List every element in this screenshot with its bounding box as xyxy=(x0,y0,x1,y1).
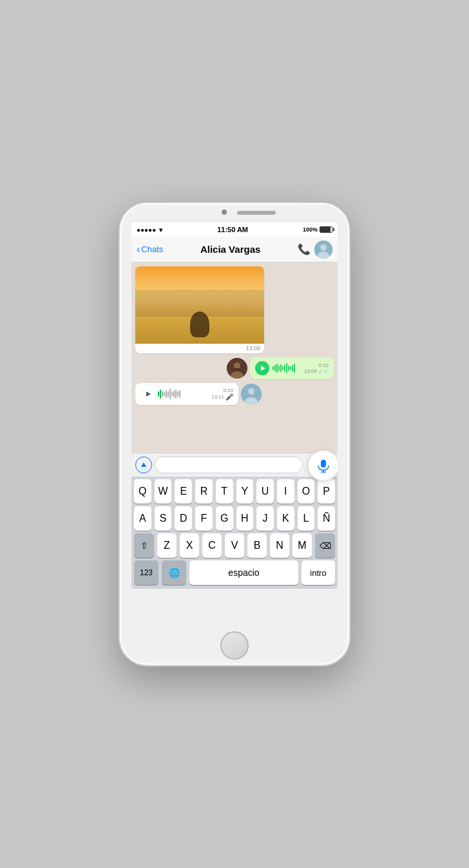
message-text-input[interactable] xyxy=(155,457,303,473)
message-input-area: ⋮ xyxy=(131,453,338,477)
self-avatar xyxy=(241,384,262,404)
voice-timestamp: 13:09 xyxy=(304,368,317,374)
wifi-icon: ▾ xyxy=(159,226,162,233)
return-key[interactable]: intro xyxy=(302,560,335,585)
waveform-bar xyxy=(278,366,280,371)
waveform-bar xyxy=(276,364,278,373)
waveform-bar xyxy=(158,391,159,397)
voice-duration: 0:10 xyxy=(318,362,329,368)
battery-area: 100% xyxy=(303,226,332,233)
key-k[interactable]: K xyxy=(277,506,294,531)
signal-dots: ●●●●● xyxy=(137,226,156,233)
key-f[interactable]: F xyxy=(195,506,213,531)
waveform-bar xyxy=(173,391,175,397)
nav-right-actions: 📞 xyxy=(298,241,332,259)
back-label: Chats xyxy=(141,244,163,254)
key-c[interactable]: C xyxy=(202,533,222,558)
key-u[interactable]: U xyxy=(256,479,274,504)
keyboard-row-3: ⇧ Z X C V B N M ⌫ xyxy=(131,531,338,558)
nav-bar: ‹ Chats Alicia Vargas 📞 xyxy=(131,237,338,262)
voice-meta-sent: 0:29 13:11 🎤 xyxy=(211,388,233,400)
numbers-key[interactable]: 123 xyxy=(134,560,158,585)
svg-point-8 xyxy=(248,388,254,395)
voice-message-sent: 0:29 13:11 🎤 xyxy=(135,383,262,405)
image-message: 13:08 xyxy=(135,266,264,353)
key-l[interactable]: L xyxy=(298,506,315,531)
key-h[interactable]: H xyxy=(236,506,254,531)
key-r[interactable]: R xyxy=(195,479,213,504)
play-button-sent[interactable] xyxy=(140,387,155,401)
space-key[interactable]: espacio xyxy=(189,560,298,585)
shift-key[interactable]: ⇧ xyxy=(134,533,154,558)
key-i[interactable]: I xyxy=(277,479,294,504)
waveform-bar xyxy=(284,365,285,371)
waveform-bar xyxy=(164,392,165,396)
phone-camera xyxy=(237,211,276,215)
mic-circle[interactable] xyxy=(308,450,338,481)
key-o[interactable]: O xyxy=(298,479,315,504)
key-j[interactable]: J xyxy=(256,506,274,531)
key-p[interactable]: P xyxy=(318,479,335,504)
key-s[interactable]: S xyxy=(155,506,172,531)
delete-key[interactable]: ⌫ xyxy=(315,533,335,558)
waveform-bar xyxy=(273,366,274,370)
key-b[interactable]: B xyxy=(247,533,267,558)
key-d[interactable]: D xyxy=(175,506,192,531)
key-t[interactable]: T xyxy=(216,479,233,504)
microphone-button[interactable] xyxy=(317,457,334,473)
waveform-bar xyxy=(168,391,169,397)
key-y[interactable]: Y xyxy=(236,479,254,504)
phone-speaker xyxy=(222,210,227,215)
key-z[interactable]: Z xyxy=(157,533,177,558)
waveform-bar xyxy=(179,390,180,398)
battery-icon xyxy=(320,226,332,233)
key-q[interactable]: Q xyxy=(134,479,151,504)
waveform-bar xyxy=(175,390,177,399)
play-button[interactable] xyxy=(255,361,269,375)
waveform-bar xyxy=(294,364,295,373)
svg-rect-6 xyxy=(233,368,241,370)
waveform-bar xyxy=(280,364,282,372)
mic-icon-sent: 🎤 xyxy=(225,393,233,400)
battery-fill xyxy=(320,227,330,232)
key-x[interactable]: X xyxy=(180,533,199,558)
image-thumbnail[interactable] xyxy=(135,266,264,344)
home-button[interactable] xyxy=(220,631,249,660)
chevron-left-icon: ‹ xyxy=(137,244,140,255)
voice-meta: 0:10 13:09 ✓✓ xyxy=(304,362,329,375)
waveform-bar xyxy=(162,391,163,397)
contact-avatar[interactable] xyxy=(314,241,332,259)
key-e[interactable]: E xyxy=(175,479,192,504)
key-n[interactable]: N xyxy=(270,533,289,558)
voice-bubble-white: 0:29 13:11 🎤 xyxy=(135,383,238,405)
key-a[interactable]: A xyxy=(134,506,151,531)
phone-call-icon[interactable]: 📞 xyxy=(298,243,311,255)
waveform-bar xyxy=(274,365,276,371)
back-button[interactable]: ‹ Chats xyxy=(137,244,163,255)
globe-key[interactable]: 🌐 xyxy=(162,560,186,585)
waveform-bar xyxy=(171,392,173,396)
keyboard-row-4: 123 🌐 espacio intro xyxy=(131,558,338,589)
waveform-bar xyxy=(282,366,283,370)
key-n-tilde[interactable]: Ñ xyxy=(318,506,335,531)
message-ticks: ✓✓ xyxy=(318,368,329,375)
waveform-bar xyxy=(290,366,291,370)
waveform-bar xyxy=(169,389,171,399)
svg-point-1 xyxy=(320,244,327,251)
phone-frame: ●●●●● ▾ 11:50 AM 100% ‹ Chats Alicia Var… xyxy=(119,202,350,666)
screen: ●●●●● ▾ 11:50 AM 100% ‹ Chats Alicia Var… xyxy=(131,222,338,589)
send-button[interactable] xyxy=(135,457,152,473)
key-m[interactable]: M xyxy=(292,533,312,558)
signal-area: ●●●●● ▾ xyxy=(137,226,162,233)
status-time: 11:50 AM xyxy=(217,226,248,233)
key-w[interactable]: W xyxy=(155,479,172,504)
voice-bubble-green: 0:10 13:09 ✓✓ xyxy=(250,357,334,379)
sender-avatar xyxy=(227,358,247,379)
play-icon-gray xyxy=(146,391,151,397)
nav-title: Alicia Vargas xyxy=(200,244,260,255)
key-v[interactable]: V xyxy=(225,533,244,558)
waveform-sent xyxy=(158,388,208,400)
status-bar: ●●●●● ▾ 11:50 AM 100% xyxy=(131,222,338,237)
svg-rect-10 xyxy=(321,460,326,468)
key-g[interactable]: G xyxy=(216,506,233,531)
